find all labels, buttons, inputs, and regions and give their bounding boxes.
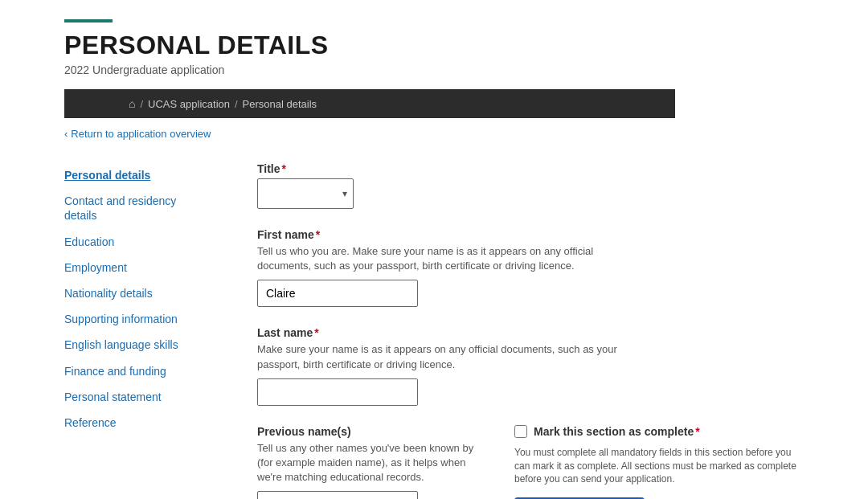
sidebar: Personal details Contact and residency d… xyxy=(64,162,225,499)
back-link-container: ‹ Return to application overview xyxy=(0,118,868,149)
last-name-required-star: * xyxy=(314,326,318,339)
complete-hint: You must complete all mandatory fields i… xyxy=(514,446,804,486)
first-name-hint: Tell us who you are. Make sure your name… xyxy=(257,244,643,273)
page-header: PERSONAL DETAILS 2022 Undergraduate appl… xyxy=(0,0,868,89)
page-title: PERSONAL DETAILS xyxy=(64,31,804,60)
checkbox-row: Mark this section as complete* xyxy=(514,425,804,438)
right-col: Mark this section as complete* You must … xyxy=(514,425,804,499)
last-name-input[interactable] xyxy=(257,378,418,406)
content-area: Title* Mr Mrs Miss Ms Mx Dr Prof xyxy=(225,162,804,499)
title-required-star: * xyxy=(282,162,286,175)
first-name-label: First name* xyxy=(257,228,804,241)
chevron-left-icon: ‹ xyxy=(64,128,68,140)
two-col-section: Previous name(s) Tell us any other names… xyxy=(257,425,804,499)
title-select[interactable]: Mr Mrs Miss Ms Mx Dr Prof xyxy=(257,178,354,209)
previous-name-section: Previous name(s) Tell us any other names… xyxy=(257,425,482,499)
breadcrumb-bar: ⌂ / UCAS application / Personal details xyxy=(64,89,675,118)
home-icon: ⌂ xyxy=(129,97,135,110)
mark-complete-label[interactable]: Mark this section as complete* xyxy=(534,425,700,438)
previous-name-hint: Tell us any other names you've been know… xyxy=(257,441,482,485)
sidebar-item-english-language-skills[interactable]: English language skills xyxy=(64,332,201,358)
sidebar-item-reference[interactable]: Reference xyxy=(64,410,201,436)
last-name-hint: Make sure your name is as it appears on … xyxy=(257,342,643,371)
sidebar-item-supporting-information[interactable]: Supporting information xyxy=(64,306,201,332)
title-section: Title* Mr Mrs Miss Ms Mx Dr Prof xyxy=(257,162,804,209)
breadcrumb-personal: Personal details xyxy=(243,98,317,110)
last-name-section: Last name* Make sure your name is as it … xyxy=(257,326,804,405)
breadcrumb-ucas: UCAS application xyxy=(148,98,230,110)
page-subtitle: 2022 Undergraduate application xyxy=(64,63,804,76)
back-link[interactable]: ‹ Return to application overview xyxy=(64,128,804,140)
first-name-required-star: * xyxy=(316,228,320,241)
sidebar-item-nationality-details[interactable]: Nationality details xyxy=(64,280,201,306)
sidebar-item-contact-residency[interactable]: Contact and residency details xyxy=(64,188,201,228)
previous-name-label: Previous name(s) xyxy=(257,425,482,438)
title-label: Title* xyxy=(257,162,804,175)
main-layout: Personal details Contact and residency d… xyxy=(0,149,868,499)
header-accent xyxy=(64,19,113,22)
mark-complete-required-star: * xyxy=(695,425,699,438)
previous-name-input[interactable] xyxy=(257,491,418,499)
first-name-input[interactable] xyxy=(257,280,418,307)
mark-complete-section: Mark this section as complete* You must … xyxy=(514,425,804,499)
title-select-wrapper: Mr Mrs Miss Ms Mx Dr Prof xyxy=(257,178,354,209)
sidebar-item-finance-and-funding[interactable]: Finance and funding xyxy=(64,358,201,384)
sidebar-item-personal-statement[interactable]: Personal statement xyxy=(64,384,201,410)
sidebar-item-employment[interactable]: Employment xyxy=(64,255,201,280)
left-col: Previous name(s) Tell us any other names… xyxy=(257,425,482,499)
back-link-label: Return to application overview xyxy=(71,128,211,140)
first-name-section: First name* Tell us who you are. Make su… xyxy=(257,228,804,307)
sidebar-item-personal-details[interactable]: Personal details xyxy=(64,162,201,188)
mark-complete-checkbox[interactable] xyxy=(514,425,527,438)
last-name-label: Last name* xyxy=(257,326,804,339)
page-container: PERSONAL DETAILS 2022 Undergraduate appl… xyxy=(0,0,868,499)
sidebar-item-education[interactable]: Education xyxy=(64,229,201,255)
